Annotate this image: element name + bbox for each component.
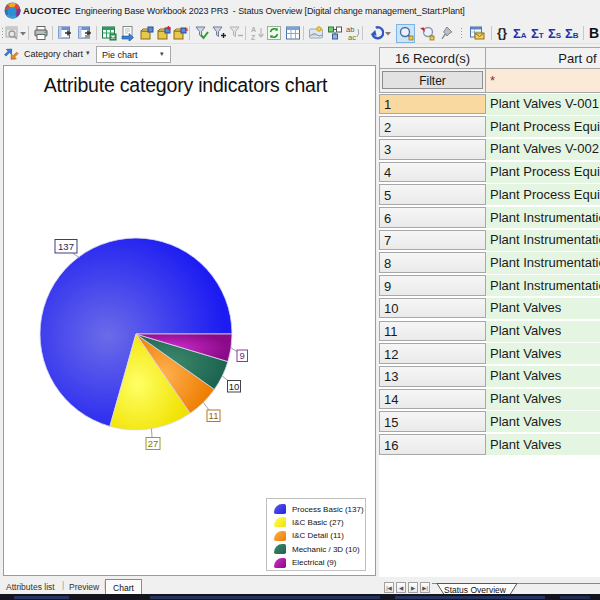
svg-text:ac: ac <box>348 33 356 41</box>
svg-text:Z: Z <box>251 34 256 41</box>
svg-text:9: 9 <box>240 350 245 361</box>
svg-text:11: 11 <box>209 410 219 421</box>
svg-text:137: 137 <box>58 241 74 252</box>
svg-text:27: 27 <box>148 438 159 449</box>
svg-text:s: s <box>185 26 188 32</box>
svg-text:10: 10 <box>229 381 240 392</box>
svg-text:A: A <box>251 26 256 33</box>
